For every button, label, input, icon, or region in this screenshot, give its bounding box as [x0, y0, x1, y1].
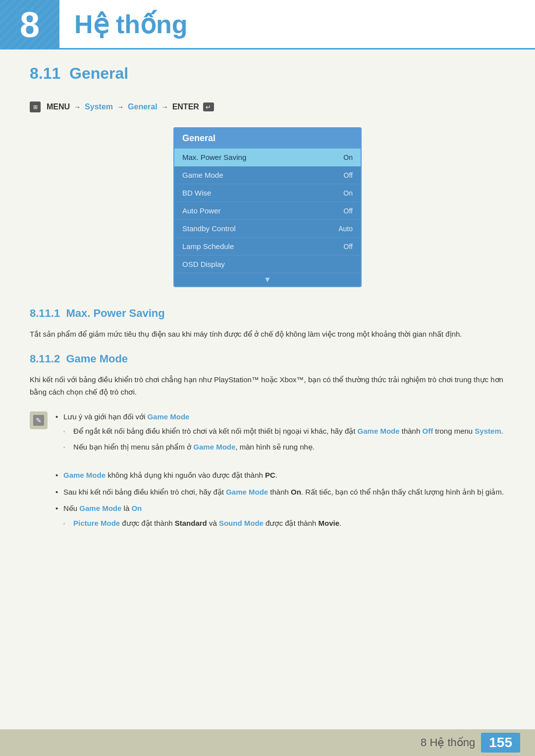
menu-item-bd-wise[interactable]: BD Wise On [174, 184, 361, 202]
sub-list-picture-mode: Picture Mode được đặt thành Standard và … [63, 517, 505, 530]
note-section: Lưu ý và giới hạn đối với Game Mode Để n… [30, 410, 505, 457]
menu-item-max-power-saving[interactable]: Max. Power Saving On [174, 149, 361, 166]
section-heading: 8.11 General [30, 64, 505, 87]
game-mode-hl-2: Game Mode [358, 427, 400, 435]
game-mode-hl-5: Game Mode [226, 488, 268, 496]
item-value-auto-power: Off [344, 207, 353, 215]
menu-label: MENU [47, 102, 70, 111]
menu-icon: ⊞ [30, 101, 41, 112]
menu-item-game-mode[interactable]: Game Mode Off [174, 166, 361, 184]
additional-bullets: Game Mode không khả dụng khi nguồn vào đ… [55, 469, 505, 529]
general-menu-container: General Max. Power Saving On Game Mode O… [30, 127, 505, 287]
note-bullet-list: Lưu ý và giới hạn đối với Game Mode Để n… [55, 410, 505, 454]
item-label-auto-power: Auto Power [182, 206, 221, 215]
note-icon [30, 411, 48, 429]
sound-mode-hl: Sound Mode [219, 519, 264, 527]
note-content: Lưu ý và giới hạn đối với Game Mode Để n… [55, 410, 505, 457]
item-label-game-mode: Game Mode [182, 171, 223, 179]
note-sub-item-2: Nếu bạn hiển thị menu sản phẩm ở Game Mo… [63, 441, 505, 454]
enter-icon [203, 102, 214, 111]
scroll-indicator: ▼ [174, 273, 361, 286]
pencil-icon [33, 415, 44, 426]
item-label-bd-wise: BD Wise [182, 189, 211, 197]
game-mode-highlight-1: Game Mode [147, 412, 189, 421]
item-value-standby: Auto [338, 225, 353, 233]
footer: 8 Hệ thống 155 [0, 729, 535, 756]
menu-path: ⊞ MENU → System → General → ENTER [30, 101, 505, 112]
system-hl: System [475, 427, 501, 435]
section-number: 8.11 [30, 64, 60, 82]
chapter-number: 8 [20, 7, 40, 43]
note-sub-list-1: Để ngắt kết nối bảng điều khiển trò chơi… [63, 425, 505, 453]
item-value-lamp: Off [344, 243, 353, 251]
chapter-header: 8 Hệ thống [0, 0, 535, 50]
game-mode-hl-6: Game Mode [79, 504, 121, 512]
subsection-812-heading: 8.11.2 Game Mode [30, 353, 505, 365]
menu-general: General [128, 102, 158, 111]
main-content: 8.11 General ⊞ MENU → System → General →… [0, 64, 535, 581]
note-sub-item-1: Để ngắt kết nối bảng điều khiển trò chơi… [63, 425, 505, 438]
item-label-lamp: Lamp Schedule [182, 242, 234, 251]
chapter-number-block: 8 [0, 0, 59, 50]
subsection-811-body: Tắt sản phẩm để giảm mức tiêu thụ điện s… [30, 328, 505, 341]
section-title: General [69, 64, 128, 82]
bullet-game-mode-on: Sau khi kết nối bảng điều khiển trò chơi… [55, 486, 505, 499]
general-menu: General Max. Power Saving On Game Mode O… [173, 127, 362, 287]
game-mode-hl-4: Game Mode [63, 471, 106, 479]
menu-item-standby-control[interactable]: Standby Control Auto [174, 220, 361, 238]
menu-item-lamp-schedule[interactable]: Lamp Schedule Off [174, 238, 361, 255]
arrow-1: → [74, 103, 81, 111]
subsection-811-heading: 8.11.1 Max. Power Saving [30, 307, 505, 320]
subsection-812-body: Khi kết nối với bảng điều khiển trò chơi… [30, 373, 505, 399]
subsection-811-number: 8.11.1 [30, 307, 60, 319]
item-value-game-mode: Off [344, 171, 353, 179]
item-value-max-power: On [343, 153, 353, 161]
off-hl-1: Off [422, 427, 433, 435]
note-item-1: Lưu ý và giới hạn đối với Game Mode Để n… [55, 410, 505, 454]
arrow-3: → [161, 103, 168, 111]
chapter-title: Hệ thống [74, 9, 188, 39]
picture-mode-hl: Picture Mode [73, 519, 120, 527]
on-hl-2: On [131, 504, 142, 512]
menu-system: System [85, 102, 113, 111]
footer-text: 8 Hệ thống [421, 736, 475, 749]
chapter-title-block: Hệ thống [59, 0, 535, 50]
on-hl: On [291, 488, 301, 496]
menu-enter: ENTER [172, 102, 199, 111]
game-mode-hl-3: Game Mode [193, 443, 235, 451]
menu-item-osd-display[interactable]: OSD Display [174, 255, 361, 273]
arrow-2: → [117, 103, 124, 111]
movie-hl: Movie [319, 519, 340, 527]
menu-item-auto-power[interactable]: Auto Power Off [174, 202, 361, 220]
item-value-bd-wise: On [343, 189, 353, 197]
item-label-standby: Standby Control [182, 224, 236, 233]
page-number: 155 [481, 733, 520, 753]
standard-hl: Standard [175, 519, 207, 527]
item-label-max-power: Max. Power Saving [182, 153, 246, 161]
subsection-812-number: 8.11.2 [30, 353, 60, 365]
item-label-osd: OSD Display [182, 260, 225, 268]
bullet-game-mode-pc: Game Mode không khả dụng khi nguồn vào đ… [55, 469, 505, 482]
subsection-811-title: Max. Power Saving [66, 307, 164, 319]
subsection-812-title: Game Mode [66, 353, 128, 365]
pc-hl: PC [265, 471, 275, 479]
general-menu-header: General [174, 128, 361, 149]
bullet-game-mode-is-on: Nếu Game Mode là On Picture Mode được đặ… [55, 502, 505, 529]
sub-item-picture-mode: Picture Mode được đặt thành Standard và … [63, 517, 505, 530]
